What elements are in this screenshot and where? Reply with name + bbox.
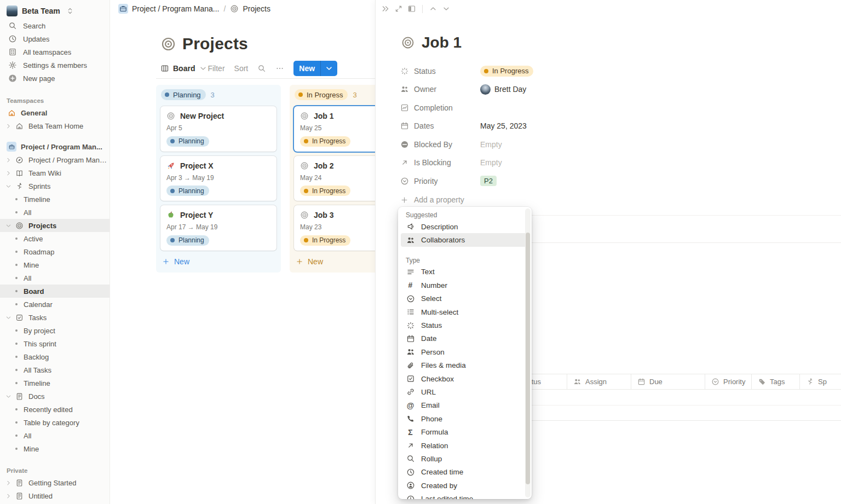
sort-button[interactable]: Sort: [234, 64, 249, 73]
table-column-due[interactable]: Due: [631, 374, 705, 389]
menu-item-number[interactable]: #Number: [401, 279, 529, 292]
sidebar-item-all[interactable]: All: [0, 271, 110, 285]
sidebar-item-timeline[interactable]: Timeline: [0, 193, 110, 206]
property-value[interactable]: P2: [480, 176, 497, 186]
menu-item-url[interactable]: URL: [401, 385, 529, 398]
menu-item-last-edited-time[interactable]: Last edited time: [401, 492, 529, 499]
sidebar-item-active[interactable]: Active: [0, 232, 110, 245]
workspace-switcher[interactable]: Beta Team: [0, 2, 110, 19]
property-value[interactable]: Empty: [480, 158, 502, 167]
menu-item-phone[interactable]: Phone: [401, 412, 529, 425]
menu-item-rollup[interactable]: Rollup: [401, 452, 529, 465]
breadcrumb-item-page[interactable]: Projects: [230, 4, 270, 13]
menu-item-select[interactable]: Select: [401, 292, 529, 305]
filter-button[interactable]: Filter: [208, 64, 224, 73]
sidebar-item-new-page[interactable]: New page: [0, 72, 110, 85]
table-column-sp[interactable]: Sp: [800, 374, 841, 389]
sidebar-item-search[interactable]: Search: [0, 19, 110, 32]
sidebar-item-calendar[interactable]: Calendar: [0, 298, 110, 311]
sidebar-item-updates[interactable]: Updates: [0, 32, 110, 45]
sidebar-item-table-by-category[interactable]: Table by category: [0, 416, 110, 429]
menu-item-created-by[interactable]: Created by: [401, 479, 529, 492]
chevron-down-icon[interactable]: [4, 183, 13, 190]
property-label[interactable]: Status: [400, 67, 480, 76]
menu-item-formula[interactable]: ΣFormula: [401, 425, 529, 438]
expand-page-icon[interactable]: [394, 4, 403, 13]
sidebar-item-backlog[interactable]: Backlog: [0, 350, 110, 363]
sidebar-item-docs[interactable]: Docs: [0, 390, 110, 403]
add-property-button[interactable]: Add a property: [400, 191, 825, 209]
chevron-right-icon[interactable]: [4, 493, 13, 500]
table-column-priority[interactable]: Priority: [705, 374, 752, 389]
sidebar-item-roadmap[interactable]: Roadmap: [0, 245, 110, 258]
sidebar-item-project-program-mana[interactable]: Project / Program Mana...: [0, 153, 110, 166]
menu-item-person[interactable]: Person: [401, 345, 529, 358]
property-label[interactable]: Dates: [400, 121, 480, 130]
next-record-icon[interactable]: [442, 4, 451, 13]
close-peek-icon[interactable]: [381, 4, 390, 13]
menu-item-files-media[interactable]: Files & media: [401, 359, 529, 372]
chevron-down-icon[interactable]: [4, 222, 13, 229]
sidebar-item-sprints[interactable]: Sprints: [0, 179, 110, 193]
sidebar-item-general[interactable]: General: [0, 106, 110, 119]
sidebar-item-by-project[interactable]: By project: [0, 324, 110, 337]
menu-item-created-time[interactable]: Created time: [401, 466, 529, 479]
new-button[interactable]: New: [293, 61, 337, 76]
chevron-right-icon[interactable]: [4, 479, 13, 486]
sidebar-item-tasks[interactable]: Tasks: [0, 311, 110, 324]
board-card-new-project[interactable]: New ProjectApr 5Planning: [160, 106, 277, 152]
new-button-label[interactable]: New: [293, 61, 320, 76]
table-column-tags[interactable]: Tags: [752, 374, 800, 389]
property-value[interactable]: Empty: [480, 140, 502, 149]
menu-item-checkbox[interactable]: Checkbox: [401, 372, 529, 385]
add-card-button[interactable]: New: [160, 255, 277, 268]
menu-item-text[interactable]: Text: [401, 265, 529, 279]
new-dropdown-icon[interactable]: [320, 61, 337, 76]
chevron-down-icon[interactable]: [4, 314, 13, 321]
sidebar-item-projects[interactable]: Projects: [0, 219, 110, 232]
property-value[interactable]: Brett Day: [480, 84, 526, 95]
menu-item-date[interactable]: Date: [401, 332, 529, 345]
tab-board-view[interactable]: Board: [160, 64, 208, 73]
sidebar-item-project-program-man[interactable]: Project / Program Man...: [0, 140, 110, 153]
property-label[interactable]: Is Blocking: [400, 158, 480, 167]
menu-item-relation[interactable]: Relation: [401, 439, 529, 452]
chevron-down-icon[interactable]: [4, 393, 13, 400]
property-value[interactable]: May 25, 2023: [480, 121, 527, 130]
sidebar-item-untitled[interactable]: Untitled: [0, 489, 110, 502]
sidebar-item-beta-team-home[interactable]: Beta Team Home: [0, 119, 110, 132]
property-label[interactable]: Blocked By: [400, 140, 480, 149]
property-label[interactable]: Owner: [400, 85, 480, 94]
sidebar-item-all-tasks[interactable]: All Tasks: [0, 363, 110, 376]
chevron-right-icon[interactable]: [4, 170, 13, 177]
sidebar-item-mine[interactable]: Mine: [0, 442, 110, 455]
menu-item-email[interactable]: @Email: [401, 399, 529, 412]
sidebar-item-settings-members[interactable]: Settings & members: [0, 59, 110, 72]
sidebar-item-team-wiki[interactable]: Team Wiki: [0, 166, 110, 179]
chevron-right-icon[interactable]: [4, 157, 13, 164]
side-peek-icon[interactable]: [407, 4, 416, 13]
menu-item-status[interactable]: Status: [401, 318, 529, 332]
sidebar-item-this-sprint[interactable]: This sprint: [0, 337, 110, 350]
column-header[interactable]: Planning3: [160, 88, 277, 102]
sidebar-item-all[interactable]: All: [0, 429, 110, 442]
breadcrumb-item-teamspace[interactable]: Project / Program Mana...: [118, 4, 220, 14]
sidebar-item-all[interactable]: All: [0, 206, 110, 219]
menu-item-description[interactable]: Description: [401, 220, 529, 233]
sidebar-item-getting-started[interactable]: Getting Started: [0, 476, 110, 489]
table-column-assign[interactable]: Assign: [567, 374, 631, 389]
sidebar-item-mine[interactable]: Mine: [0, 258, 110, 271]
previous-record-icon[interactable]: [429, 4, 437, 13]
record-title-text[interactable]: Job 1: [422, 34, 462, 51]
sidebar-item-recently-edited[interactable]: Recently edited: [0, 403, 110, 416]
board-card-project-x[interactable]: Project XApr 3 → May 19Planning: [160, 156, 277, 201]
property-label[interactable]: Priority: [400, 177, 480, 186]
board-card-project-y[interactable]: Project YApr 17 → May 19Planning: [160, 205, 277, 251]
sidebar-item-board[interactable]: Board: [0, 285, 110, 298]
property-label[interactable]: Completion: [400, 103, 480, 112]
menu-scrollbar-thumb[interactable]: [526, 233, 530, 484]
sidebar-item-timeline[interactable]: Timeline: [0, 376, 110, 390]
sidebar-item-all-teamspaces[interactable]: All teamspaces: [0, 45, 110, 59]
property-value[interactable]: In Progress: [480, 66, 533, 77]
more-options-icon[interactable]: [275, 64, 284, 73]
